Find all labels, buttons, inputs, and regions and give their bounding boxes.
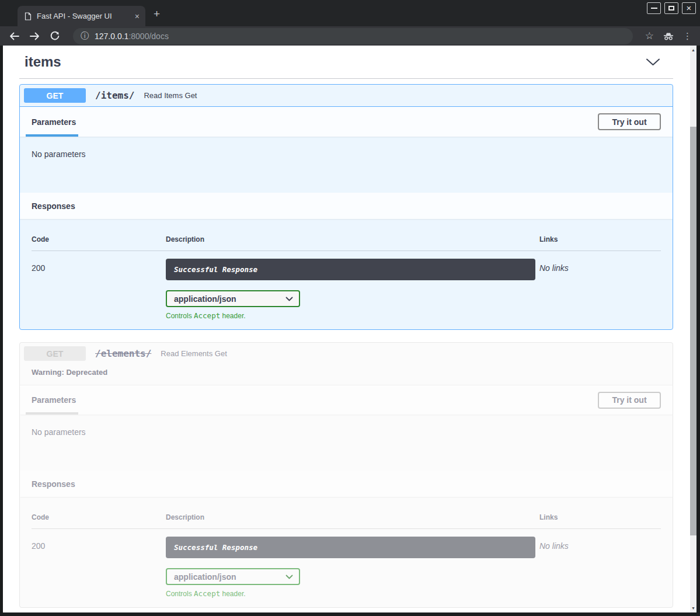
reload-icon[interactable] <box>49 30 61 42</box>
response-description-cell: Successful Response application/json Con… <box>166 537 539 598</box>
endpoint-path: /elements/ <box>95 348 151 359</box>
back-icon[interactable] <box>8 30 20 42</box>
minimize-button[interactable] <box>647 2 661 14</box>
media-type-select[interactable]: application/json <box>166 290 300 307</box>
deprecated-warning: Warning: Deprecated <box>20 361 673 385</box>
response-code: 200 <box>32 537 166 598</box>
links-column-header: Links <box>539 513 661 521</box>
chevron-down-icon[interactable] <box>646 58 660 66</box>
http-method-badge: GET <box>24 346 86 361</box>
url-path: :8000/docs <box>128 32 169 41</box>
response-row: 200 Successful Response application/json… <box>32 251 661 320</box>
address-bar[interactable]: ⓘ 127.0.0.1:8000/docs <box>73 28 633 44</box>
media-type-select[interactable]: application/json <box>166 568 300 585</box>
media-type-value: application/json <box>174 572 236 582</box>
response-code: 200 <box>32 259 166 320</box>
endpoint-path: /items/ <box>95 90 134 101</box>
select-chevron-icon <box>285 297 293 301</box>
opblock-get-items: GET /items/ Read Items Get Parameters Tr… <box>19 84 673 330</box>
scroll-up-icon[interactable]: ▲ <box>690 46 696 54</box>
try-it-out-button[interactable]: Try it out <box>598 113 661 130</box>
tag-title: items <box>25 54 61 70</box>
browser-tab[interactable]: Fast API - Swagger UI × <box>18 6 145 26</box>
responses-heading: Responses <box>20 471 673 497</box>
maximize-icon <box>668 6 674 11</box>
opblock-get-elements-deprecated: GET /elements/ Read Elements Get Warning… <box>19 342 673 608</box>
response-description: Successful Response <box>166 259 535 280</box>
links-column-header: Links <box>539 235 661 243</box>
forward-icon[interactable] <box>29 30 40 42</box>
swagger-content: items GET /items/ Read Items Get Paramet… <box>3 46 690 612</box>
browser-titlebar: Fast API - Swagger UI × + × <box>0 0 700 26</box>
parameters-section-header: Parameters Try it out <box>20 385 673 415</box>
responses-table: Code Description Links 200 Successful Re… <box>20 219 673 329</box>
response-description: Successful Response <box>166 537 535 558</box>
hint-suffix: header. <box>220 590 245 598</box>
hint-code: Accept <box>194 311 220 320</box>
parameters-section-header: Parameters Try it out <box>20 107 673 137</box>
hint-prefix: Controls <box>166 590 194 598</box>
browser-menu-icon[interactable]: ⋮ <box>683 31 692 41</box>
response-description-cell: Successful Response application/json Con… <box>166 259 539 320</box>
description-column-header: Description <box>166 513 539 521</box>
url-host: 127.0.0.1 <box>95 32 128 41</box>
responses-heading: Responses <box>20 193 673 219</box>
hint-suffix: header. <box>220 312 245 320</box>
bookmark-star-icon[interactable]: ☆ <box>645 30 654 42</box>
minimize-icon <box>651 8 657 9</box>
url-text[interactable]: 127.0.0.1:8000/docs <box>95 32 169 41</box>
operation-summary: Read Items Get <box>144 91 197 100</box>
code-column-header: Code <box>32 513 166 521</box>
links-value: No links <box>539 537 661 598</box>
description-column-header: Description <box>166 235 539 243</box>
try-it-out-button[interactable]: Try it out <box>598 392 661 409</box>
responses-table: Code Description Links 200 Successful Re… <box>20 497 673 607</box>
tab-close-icon[interactable]: × <box>135 12 140 20</box>
opblock-summary[interactable]: GET /items/ Read Items Get <box>20 85 673 107</box>
hint-code: Accept <box>194 589 220 598</box>
hint-prefix: Controls <box>166 312 194 320</box>
responses-table-header: Code Description Links <box>32 235 661 251</box>
tab-title: Fast API - Swagger UI <box>37 12 130 20</box>
opblock-summary[interactable]: GET /elements/ Read Elements Get <box>20 343 673 361</box>
accept-header-hint: Controls Accept header. <box>166 311 539 320</box>
close-button[interactable]: × <box>682 2 696 14</box>
browser-toolbar: ⓘ 127.0.0.1:8000/docs ☆ ⋮ <box>0 26 700 46</box>
select-chevron-icon <box>285 575 293 579</box>
no-parameters-text: No parameters <box>20 415 673 471</box>
media-type-value: application/json <box>174 294 236 304</box>
maximize-button[interactable] <box>664 2 678 14</box>
page-scrollbar[interactable]: ▲ ▼ <box>690 46 696 612</box>
site-info-icon[interactable]: ⓘ <box>81 31 89 41</box>
links-value: No links <box>539 259 661 320</box>
parameters-tab[interactable]: Parameters <box>32 385 76 415</box>
operation-summary: Read Elements Get <box>161 349 227 358</box>
scroll-down-icon[interactable]: ▼ <box>690 604 696 612</box>
code-column-header: Code <box>32 235 166 243</box>
no-parameters-text: No parameters <box>20 137 673 193</box>
new-tab-button[interactable]: + <box>154 8 160 20</box>
parameters-tab[interactable]: Parameters <box>32 107 76 137</box>
accept-header-hint: Controls Accept header. <box>166 589 539 598</box>
incognito-icon <box>663 30 674 42</box>
page-viewport: items GET /items/ Read Items Get Paramet… <box>3 46 696 612</box>
window-controls: × <box>647 2 696 14</box>
page-document-icon <box>25 12 32 20</box>
tag-section-header[interactable]: items <box>19 51 673 79</box>
responses-table-header: Code Description Links <box>32 513 661 529</box>
scrollbar-thumb[interactable] <box>690 127 696 535</box>
close-icon: × <box>687 4 692 12</box>
response-row: 200 Successful Response application/json… <box>32 529 661 598</box>
http-method-badge: GET <box>24 88 86 103</box>
